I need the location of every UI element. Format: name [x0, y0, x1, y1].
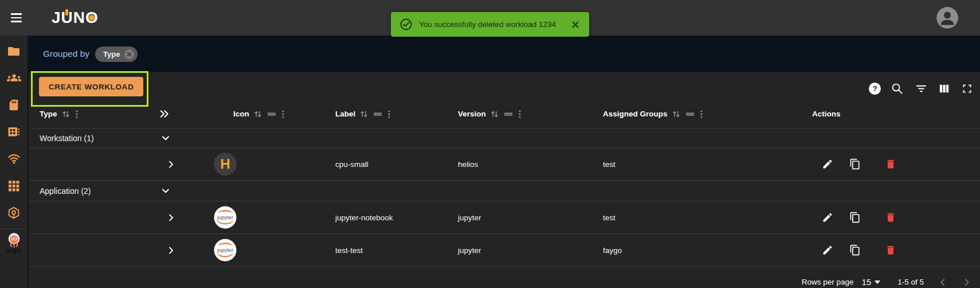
previous-page-icon[interactable]: [938, 277, 948, 287]
column-header-version: Version: [458, 100, 522, 128]
rows-per-page-select[interactable]: 15: [862, 277, 881, 287]
wifi-icon: [7, 151, 21, 166]
collapse-all-icon[interactable]: [159, 100, 170, 128]
column-menu-icon[interactable]: [518, 110, 522, 119]
argo-logo-icon: [6, 232, 22, 248]
memory-chip-icon: [7, 125, 21, 139]
sidebar-item-devices[interactable]: [0, 118, 28, 145]
column-menu-icon[interactable]: [75, 110, 79, 119]
sidebar-divider: [0, 228, 28, 229]
logo-accent-tick: [65, 9, 68, 15]
user-avatar-icon[interactable]: [936, 7, 958, 29]
group-label: Workstation (1): [40, 134, 94, 143]
pagination-range: 1-5 of 5: [897, 278, 924, 286]
svg-text:?: ?: [872, 84, 877, 93]
expand-row-icon[interactable]: [166, 159, 176, 169]
search-icon[interactable]: [889, 80, 905, 96]
sidebar-item-network[interactable]: [0, 145, 28, 172]
group-row-application[interactable]: Application (2): [29, 181, 980, 201]
sort-icon[interactable]: [61, 110, 70, 119]
left-sidebar: argo: [0, 36, 28, 288]
success-toast: You successfully deleted workload 1234: [391, 12, 589, 37]
sidebar-item-groups[interactable]: [0, 64, 28, 91]
edit-icon[interactable]: [818, 241, 837, 259]
column-menu-icon[interactable]: [281, 110, 285, 119]
assigned-groups-cell: test: [603, 213, 616, 222]
delete-icon[interactable]: [881, 241, 900, 259]
table-toolbar: CREATE WORKLOAD ?: [29, 72, 980, 100]
rows-per-page-label: Rows per page: [802, 278, 854, 286]
copy-icon[interactable]: [846, 241, 864, 259]
caret-down-icon: [875, 281, 880, 284]
drag-handle-icon[interactable]: [503, 110, 513, 119]
sort-icon[interactable]: [253, 110, 262, 119]
column-header-actions: Actions: [812, 100, 841, 128]
folder-icon: [7, 44, 21, 58]
column-menu-icon[interactable]: [387, 110, 391, 119]
chevron-down-icon[interactable]: [160, 186, 171, 196]
group-chip-type[interactable]: Type: [95, 46, 138, 62]
fullscreen-icon[interactable]: [959, 80, 975, 96]
version-cell: helios: [458, 160, 478, 169]
delete-icon[interactable]: [881, 208, 900, 227]
grouped-by-bar: Grouped by Type: [28, 36, 980, 72]
filter-icon[interactable]: [913, 80, 929, 96]
group-row-workstation[interactable]: Workstation (1): [29, 129, 980, 148]
svg-text:jupyter: jupyter: [217, 247, 234, 253]
grouped-by-label: Grouped by: [43, 49, 89, 59]
drag-handle-icon[interactable]: [685, 110, 695, 119]
column-header-icon: Icon: [233, 100, 285, 128]
table-row-cpu-small[interactable]: H cpu-small helios test: [29, 148, 980, 181]
table-row-test-test[interactable]: jupyter test-test jupyter faygo: [29, 234, 980, 267]
label-cell: test-test: [335, 246, 363, 255]
edit-icon[interactable]: [818, 155, 837, 173]
column-header-assigned-groups: Assigned Groups: [603, 100, 704, 128]
sidebar-item-argo[interactable]: argo: [6, 232, 22, 254]
workload-icon-jupyter: jupyter: [214, 206, 237, 229]
chevron-down-icon[interactable]: [160, 133, 171, 143]
expand-row-icon[interactable]: [166, 246, 176, 255]
column-header-type: Type: [40, 100, 79, 128]
drag-handle-icon[interactable]: [266, 110, 277, 119]
version-cell: jupyter: [458, 246, 481, 255]
app-logo: JUNO: [52, 9, 99, 27]
sort-icon[interactable]: [490, 110, 499, 119]
copy-icon[interactable]: [846, 155, 864, 173]
menu-icon[interactable]: [5, 6, 28, 29]
workload-icon-helios: H: [214, 153, 237, 176]
label-cell: jupyter-notebook: [335, 213, 393, 222]
sidebar-item-workloads[interactable]: [0, 199, 28, 226]
assigned-groups-cell: faygo: [603, 246, 622, 255]
toast-message: You successfully deleted workload 1234: [419, 20, 556, 29]
sidebar-item-apps[interactable]: [0, 172, 28, 199]
assigned-groups-cell: test: [603, 160, 616, 169]
sd-card-icon: [7, 99, 20, 111]
group-label: Application (2): [40, 186, 91, 196]
create-workload-button[interactable]: CREATE WORKLOAD: [39, 77, 143, 96]
chip-remove-icon[interactable]: [124, 49, 135, 60]
column-menu-icon[interactable]: [699, 110, 704, 119]
argo-label: argo: [6, 247, 21, 254]
svg-text:jupyter: jupyter: [217, 214, 234, 220]
apps-grid-icon: [7, 180, 20, 192]
workloads-table-card: CREATE WORKLOAD ? Type Icon: [28, 72, 980, 288]
sidebar-item-files[interactable]: [0, 37, 28, 64]
help-icon[interactable]: ?: [867, 80, 883, 96]
table-row-jupyter-notebook[interactable]: jupyter jupyter-notebook jupyter test: [29, 201, 980, 234]
package-icon: [7, 206, 21, 220]
label-cell: cpu-small: [335, 160, 369, 169]
sort-icon[interactable]: [359, 110, 369, 119]
column-header-label: Label: [335, 100, 391, 128]
drag-handle-icon[interactable]: [373, 110, 383, 119]
workload-icon-jupyter: jupyter: [214, 239, 237, 262]
check-circle-icon: [400, 18, 412, 30]
columns-icon[interactable]: [936, 80, 952, 96]
delete-icon[interactable]: [881, 155, 900, 173]
copy-icon[interactable]: [846, 208, 864, 227]
next-page-icon[interactable]: [962, 277, 972, 287]
sort-icon[interactable]: [672, 110, 681, 119]
edit-icon[interactable]: [818, 208, 837, 227]
toast-close-icon[interactable]: [571, 20, 580, 29]
sidebar-item-storage[interactable]: [0, 91, 28, 118]
expand-row-icon[interactable]: [166, 213, 176, 223]
